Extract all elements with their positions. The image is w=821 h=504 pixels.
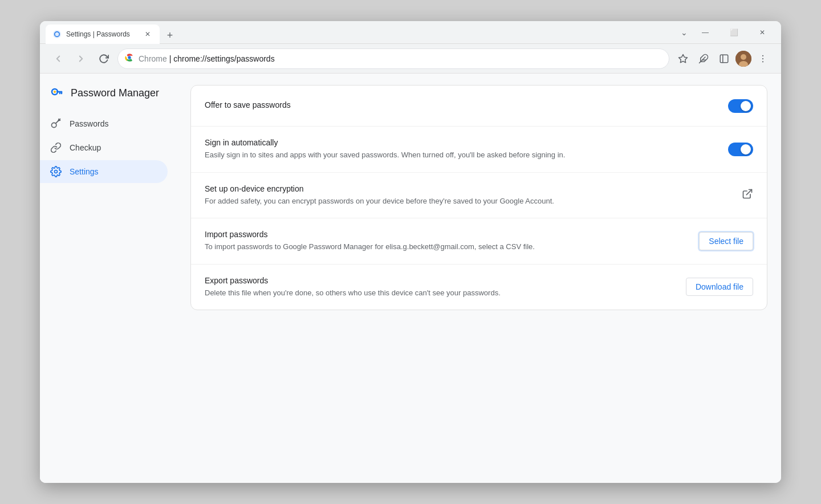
offer-save-title: Offer to save passwords (205, 100, 714, 109)
minimize-button[interactable]: — (692, 23, 718, 42)
tab-area: Settings | Passwords ✕ + (46, 21, 672, 43)
auto-signin-action (728, 143, 753, 156)
settings-gear-icon (49, 166, 63, 177)
import-content: Import passwords To import passwords to … (205, 230, 685, 253)
encryption-desc: For added safety, you can encrypt passwo… (205, 196, 604, 207)
checkup-icon (49, 142, 63, 153)
settings-card: Offer to save passwords Sign in automati… (190, 85, 767, 310)
bookmark-star-button[interactable] (674, 50, 692, 68)
sidebar-nav: Passwords Checkup (40, 112, 177, 183)
settings-content: Offer to save passwords Sign in automati… (177, 74, 781, 483)
new-tab-button[interactable]: + (162, 27, 178, 43)
export-content: Export passwords Delete this file when y… (205, 276, 672, 299)
download-file-button[interactable]: Download file (686, 278, 753, 296)
svg-point-17 (54, 91, 56, 93)
offer-save-toggle-thumb (741, 101, 751, 111)
export-action: Download file (686, 278, 753, 296)
address-protocol: Chrome (139, 54, 167, 63)
offer-save-toggle[interactable] (728, 99, 753, 113)
offer-save-row: Offer to save passwords (191, 86, 767, 127)
sidebar-item-settings[interactable]: Settings (40, 160, 168, 183)
active-tab[interactable]: Settings | Passwords ✕ (46, 25, 160, 44)
sidebar-header: Password Manager (40, 85, 177, 112)
import-title: Import passwords (205, 230, 685, 239)
checkup-nav-label: Checkup (70, 143, 101, 152)
offer-save-action (728, 99, 753, 113)
title-bar: Settings | Passwords ✕ + ⌄ — ⬜ ✕ (40, 21, 781, 44)
sidebar-item-passwords[interactable]: Passwords (40, 112, 168, 135)
svg-line-23 (746, 189, 751, 194)
address-input[interactable]: Chrome | chrome://settings/passwords (117, 48, 669, 69)
extensions-puzzle-button[interactable] (694, 50, 713, 68)
encryption-row: Set up on-device encryption For added sa… (191, 173, 767, 219)
auto-signin-row: Sign in automatically Easily sign in to … (191, 127, 767, 173)
auto-signin-toggle-thumb (741, 144, 751, 155)
refresh-button[interactable] (95, 50, 113, 68)
chrome-logo-icon (125, 53, 134, 64)
encryption-title: Set up on-device encryption (205, 184, 728, 193)
svg-line-19 (56, 119, 60, 124)
import-action: Select file (699, 232, 753, 250)
address-url: chrome://settings/passwords (173, 54, 274, 63)
maximize-button[interactable]: ⬜ (721, 23, 747, 42)
svg-point-11 (762, 58, 763, 59)
settings-nav-label: Settings (70, 167, 99, 176)
import-row: Import passwords To import passwords to … (191, 218, 767, 265)
offer-save-content: Offer to save passwords (205, 100, 714, 112)
key-icon (49, 118, 63, 129)
import-desc: To import passwords to Google Password M… (205, 241, 604, 253)
svg-rect-5 (720, 55, 728, 63)
tab-favicon (52, 30, 62, 39)
toolbar-actions (674, 50, 772, 68)
auto-signin-title: Sign in automatically (205, 138, 714, 147)
main-content: Password Manager Passwords (40, 74, 781, 483)
title-bar-controls: ⌄ (676, 25, 692, 40)
sidebar-item-checkup[interactable]: Checkup (40, 136, 168, 159)
chevron-down-icon[interactable]: ⌄ (676, 25, 692, 40)
tab-close-button[interactable]: ✕ (143, 29, 153, 39)
svg-point-1 (128, 56, 131, 59)
svg-point-8 (741, 54, 746, 60)
export-title: Export passwords (205, 276, 672, 285)
encryption-action (742, 188, 753, 202)
select-file-button[interactable]: Select file (699, 232, 753, 250)
auto-signin-toggle[interactable] (728, 143, 753, 156)
sidebar-title: Password Manager (71, 87, 159, 99)
export-desc: Delete this file when you're done, so ot… (205, 287, 604, 299)
window-controls: — ⬜ ✕ (692, 23, 775, 42)
address-text: Chrome | chrome://settings/passwords (139, 54, 662, 63)
back-button[interactable] (49, 50, 67, 68)
svg-point-10 (762, 55, 763, 56)
external-link-icon[interactable] (742, 190, 753, 202)
password-manager-logo (49, 85, 65, 101)
svg-marker-2 (679, 54, 688, 62)
more-options-button[interactable] (754, 50, 772, 68)
auto-signin-desc: Easily sign in to sites and apps with yo… (205, 149, 604, 161)
svg-point-12 (762, 61, 763, 62)
close-button[interactable]: ✕ (749, 23, 775, 42)
avatar[interactable] (735, 51, 751, 67)
svg-point-22 (55, 170, 58, 173)
export-row: Export passwords Delete this file when y… (191, 265, 767, 310)
auto-signin-content: Sign in automatically Easily sign in to … (205, 138, 714, 161)
encryption-content: Set up on-device encryption For added sa… (205, 184, 728, 207)
forward-button[interactable] (72, 50, 90, 68)
tab-title: Settings | Passwords (66, 30, 138, 38)
passwords-nav-label: Passwords (70, 119, 108, 128)
sidebar-toggle-button[interactable] (715, 50, 733, 68)
sidebar: Password Manager Passwords (40, 74, 177, 483)
browser-window: Settings | Passwords ✕ + ⌄ — ⬜ ✕ (40, 21, 781, 483)
address-bar: Chrome | chrome://settings/passwords (40, 44, 781, 74)
